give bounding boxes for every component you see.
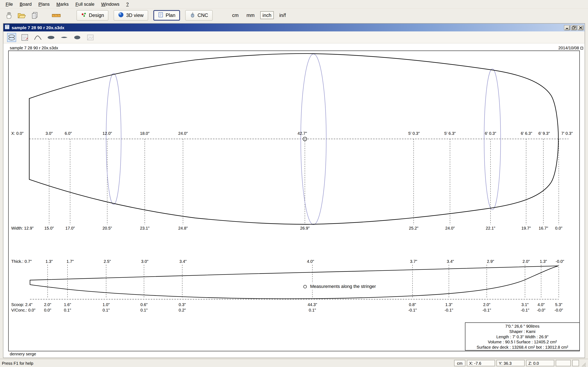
- menu-file[interactable]: File: [2, 0, 16, 8]
- document-title: sample 7 28 90 r 20x.s3dx: [12, 25, 64, 30]
- design-dots-icon: [81, 12, 87, 18]
- status-bar: Press F1 for help cm X: -7.6 Y: 36.3 Z: …: [0, 359, 588, 367]
- cnc-mouse-icon: [190, 12, 195, 18]
- view-toolbar: [3, 31, 585, 43]
- hand-icon: [5, 11, 12, 19]
- view-render-button[interactable]: [86, 33, 95, 42]
- menu-marks[interactable]: Marks: [53, 0, 72, 8]
- close-icon: [579, 26, 582, 29]
- resize-grip[interactable]: [581, 362, 586, 367]
- view-top-shaded-button[interactable]: [47, 33, 56, 42]
- window-controls: [564, 25, 584, 30]
- outline-view-icon: [8, 33, 16, 42]
- unit-selector: cm mm inch in/f: [230, 11, 288, 19]
- measure-ruler-button[interactable]: [51, 10, 62, 20]
- restore-icon: [572, 26, 576, 29]
- sphere-icon: [118, 12, 124, 18]
- top-shaded-icon: [47, 33, 55, 42]
- unit-cm[interactable]: cm: [230, 11, 241, 19]
- plan-mode-label: Plan: [165, 12, 175, 18]
- perspective-shaded-icon: [73, 33, 81, 42]
- cnc-mode-button[interactable]: CNC: [185, 10, 213, 20]
- plan-mode-button[interactable]: Plan: [153, 10, 180, 20]
- status-y-coordinate: Y: 36.3: [497, 360, 525, 366]
- menu-bar: FileBoardPlansMarksFull scaleWindows?: [0, 0, 588, 8]
- plan-doc-icon: [158, 12, 164, 18]
- unit-mm[interactable]: mm: [244, 11, 257, 19]
- view-measurements-button[interactable]: [20, 33, 29, 42]
- copy-pages-button[interactable]: [29, 10, 40, 20]
- curve-view-icon: [34, 33, 42, 42]
- restore-button[interactable]: [571, 25, 577, 30]
- application-window: FileBoardPlansMarksFull scaleWindows? De…: [0, 0, 588, 367]
- measurements-view-icon: [21, 33, 29, 42]
- side-shaded-icon: [60, 33, 68, 42]
- status-help-text: Press F1 for help: [2, 361, 33, 365]
- main-toolbar: Design 3D view Plan CNC cm mm inch in/f: [0, 8, 588, 22]
- open-folder-icon: [17, 12, 26, 18]
- menu-plans[interactable]: Plans: [35, 0, 53, 8]
- status-z-coordinate: Z: 0.0: [526, 360, 554, 366]
- unit-inf[interactable]: in/f: [277, 11, 288, 19]
- document-titlebar[interactable]: sample 7 28 90 r 20x.s3dx: [3, 24, 585, 32]
- document-icon: [4, 24, 10, 31]
- minimize-icon: [566, 26, 569, 29]
- close-button[interactable]: [578, 25, 584, 30]
- resize-grip-icon: [581, 362, 586, 367]
- menu-help[interactable]: ?: [123, 0, 132, 8]
- hand-tool-button[interactable]: [3, 10, 14, 20]
- view-profile-curve-button[interactable]: [33, 33, 42, 42]
- design-mode-label: Design: [89, 12, 104, 18]
- menu-windows[interactable]: Windows: [98, 0, 123, 8]
- drawing-canvas[interactable]: [3, 43, 585, 358]
- render-placeholder-icon: [86, 33, 94, 42]
- cnc-mode-label: CNC: [198, 12, 208, 18]
- menu-full-scale[interactable]: Full scale: [72, 0, 98, 8]
- mode-button-group: Design 3D view Plan CNC: [77, 10, 213, 20]
- status-extra-field-1: [556, 360, 571, 366]
- unit-inch[interactable]: inch: [260, 11, 274, 19]
- 3d-view-mode-button[interactable]: 3D view: [114, 10, 148, 20]
- pages-icon: [31, 11, 39, 19]
- open-folder-button[interactable]: [16, 10, 27, 20]
- view-outline-button[interactable]: [7, 33, 16, 42]
- view-side-shaded-button[interactable]: [60, 33, 69, 42]
- status-unit: cm: [454, 360, 465, 366]
- menu-board[interactable]: Board: [16, 0, 35, 8]
- minimize-button[interactable]: [564, 25, 570, 30]
- status-x-coordinate: X: -7.6: [467, 360, 495, 366]
- 3d-view-mode-label: 3D view: [126, 12, 144, 18]
- design-mode-button[interactable]: Design: [77, 10, 109, 20]
- ruler-icon: [52, 12, 61, 18]
- status-extra-field-2: [572, 360, 579, 366]
- view-perspective-shaded-button[interactable]: [73, 33, 82, 42]
- document-window: sample 7 28 90 r 20x.s3dx: [3, 23, 585, 358]
